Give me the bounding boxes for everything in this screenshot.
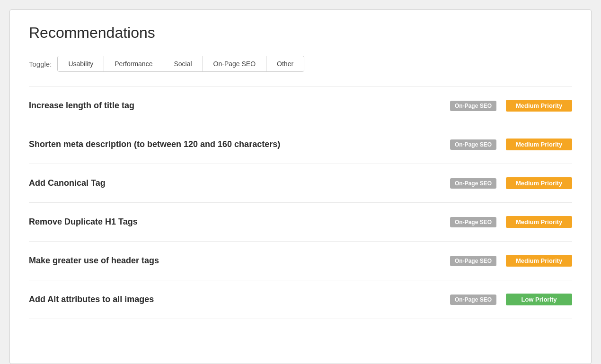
priority-badge-5: Low Priority xyxy=(506,294,572,305)
toggle-tab-performance[interactable]: Performance xyxy=(104,56,163,71)
rec-title-1: Shorten meta description (to between 120… xyxy=(29,139,450,149)
category-badge-4: On-Page SEO xyxy=(450,256,496,266)
rec-title-3: Remove Duplicate H1 Tags xyxy=(29,217,450,227)
priority-badge-0: Medium Priority xyxy=(506,100,572,112)
recommendation-row: Increase length of title tagOn-Page SEOM… xyxy=(29,86,572,125)
toggle-section: Toggle: UsabilityPerformanceSocialOn-Pag… xyxy=(29,56,572,72)
category-badge-0: On-Page SEO xyxy=(450,101,496,111)
rec-title-4: Make greater use of header tags xyxy=(29,256,450,266)
page-title: Recommendations xyxy=(29,24,572,42)
toggle-tab-on-page-seo[interactable]: On-Page SEO xyxy=(203,56,267,71)
recommendation-row: Shorten meta description (to between 120… xyxy=(29,125,572,164)
priority-badge-1: Medium Priority xyxy=(506,139,572,150)
recommendation-row: Add Canonical TagOn-Page SEOMedium Prior… xyxy=(29,164,572,203)
category-badge-3: On-Page SEO xyxy=(450,217,496,227)
priority-badge-3: Medium Priority xyxy=(506,216,572,228)
rec-title-5: Add Alt attributes to all images xyxy=(29,295,450,304)
recommendations-list: Increase length of title tagOn-Page SEOM… xyxy=(29,86,572,319)
recommendation-row: Add Alt attributes to all imagesOn-Page … xyxy=(29,280,572,319)
category-badge-2: On-Page SEO xyxy=(450,178,496,189)
toggle-label: Toggle: xyxy=(29,60,52,68)
toggle-tabs: UsabilityPerformanceSocialOn-Page SEOOth… xyxy=(57,56,304,72)
toggle-tab-other[interactable]: Other xyxy=(266,56,304,71)
toggle-tab-social[interactable]: Social xyxy=(163,56,203,71)
priority-badge-4: Medium Priority xyxy=(506,255,572,267)
category-badge-1: On-Page SEO xyxy=(450,139,496,150)
page-container: Recommendations Toggle: UsabilityPerform… xyxy=(9,9,592,364)
toggle-tab-usability[interactable]: Usability xyxy=(58,56,104,71)
recommendation-row: Make greater use of header tagsOn-Page S… xyxy=(29,242,572,280)
category-badge-5: On-Page SEO xyxy=(450,295,496,305)
priority-badge-2: Medium Priority xyxy=(506,177,572,189)
rec-title-2: Add Canonical Tag xyxy=(29,178,450,188)
rec-title-0: Increase length of title tag xyxy=(29,101,450,111)
recommendation-row: Remove Duplicate H1 TagsOn-Page SEOMediu… xyxy=(29,203,572,242)
